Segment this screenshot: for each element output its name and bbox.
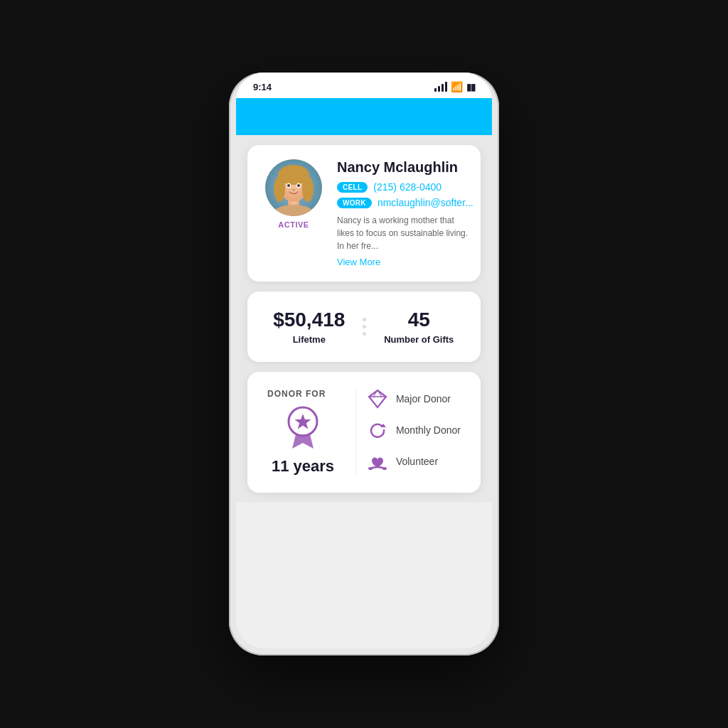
lifetime-stat: $50,418 Lifetme	[262, 309, 357, 345]
award-icon	[282, 405, 324, 454]
diamond-icon	[368, 389, 387, 409]
work-tag: WORK	[337, 198, 372, 208]
phone-wrapper: 9:14 📶 ▮▮	[229, 73, 499, 655]
badges-list: Major Donor Monthly Donor	[368, 389, 466, 471]
content-area: ACTIVE Nancy Mclaughlin CELL (215) 628-0…	[236, 135, 492, 503]
profile-info: Nancy Mclaughlin CELL (215) 628-0400 WOR…	[337, 159, 473, 267]
view-more-link[interactable]: View More	[337, 257, 473, 267]
donor-for-label: DONOR FOR	[267, 389, 326, 399]
donor-divider	[355, 389, 356, 476]
major-donor-badge: Major Donor	[368, 389, 466, 409]
donor-card: DONOR FOR 11 years	[247, 372, 481, 493]
divider-dot-1	[363, 318, 366, 321]
active-status: ACTIVE	[278, 220, 309, 229]
svg-point-19	[368, 467, 373, 470]
svg-point-5	[274, 176, 285, 202]
status-icons: 📶 ▮▮	[434, 81, 475, 92]
profile-bio: Nancy is a working mother that likes to …	[337, 214, 473, 252]
battery-icon: ▮▮	[466, 82, 475, 92]
phone-frame: 9:14 📶 ▮▮	[229, 73, 499, 655]
svg-marker-13	[294, 414, 311, 429]
cell-tag: CELL	[337, 182, 368, 193]
work-value: nmclaughlin@softer...	[378, 197, 473, 208]
wifi-icon: 📶	[451, 81, 463, 92]
stats-card: $50,418 Lifetme 45 Number of Gifts	[247, 291, 481, 362]
status-time: 9:14	[253, 82, 272, 92]
volunteer-badge: Volunteer	[368, 451, 466, 471]
gifts-value: 45	[372, 309, 467, 331]
profile-card: ACTIVE Nancy Mclaughlin CELL (215) 628-0…	[247, 145, 481, 282]
svg-point-9	[287, 184, 290, 187]
gifts-stat: 45 Number of Gifts	[372, 309, 467, 345]
divider-dot-3	[363, 332, 366, 336]
lifetime-label: Lifetme	[262, 334, 357, 345]
svg-marker-14	[369, 390, 386, 407]
profile-name: Nancy Mclaughlin	[337, 159, 473, 176]
gifts-label: Number of Gifts	[372, 334, 467, 345]
donor-left: DONOR FOR 11 years	[262, 389, 344, 476]
major-donor-label: Major Donor	[396, 393, 451, 405]
volunteer-icon	[368, 451, 387, 471]
svg-point-11	[292, 189, 295, 191]
svg-point-20	[382, 467, 387, 470]
divider-dot-2	[363, 325, 366, 328]
cell-value: (215) 628-0400	[373, 181, 441, 193]
phone-screen: 9:14 📶 ▮▮	[236, 73, 492, 648]
svg-point-6	[302, 176, 314, 202]
svg-point-10	[297, 184, 300, 187]
monthly-donor-badge: Monthly Donor	[368, 420, 466, 440]
signal-icon	[434, 82, 447, 92]
volunteer-label: Volunteer	[396, 456, 438, 467]
monthly-donor-label: Monthly Donor	[396, 424, 461, 436]
avatar	[265, 159, 322, 216]
status-bar: 9:14 📶 ▮▮	[236, 73, 492, 98]
cell-contact-row[interactable]: CELL (215) 628-0400	[337, 181, 473, 193]
avatar-section: ACTIVE	[262, 159, 326, 267]
stat-divider	[357, 318, 372, 336]
blue-header-bar	[236, 98, 492, 135]
work-contact-row[interactable]: WORK nmclaughlin@softer...	[337, 197, 473, 208]
refresh-icon	[368, 420, 387, 440]
lifetime-value: $50,418	[262, 309, 357, 331]
donor-years: 11 years	[272, 457, 334, 476]
